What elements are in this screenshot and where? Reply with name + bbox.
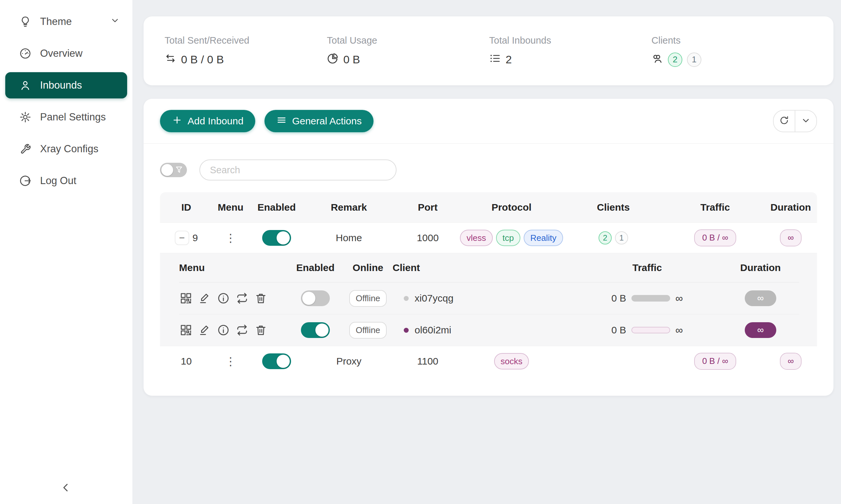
stat-label: Total Sent/Received (165, 35, 327, 46)
client-enabled-toggle[interactable] (301, 322, 330, 338)
refresh-button[interactable] (774, 111, 795, 131)
edit-icon[interactable] (198, 323, 211, 337)
traffic-cap: ∞ (675, 325, 683, 335)
trash-icon[interactable] (254, 323, 268, 337)
inbound-port: 1000 (393, 232, 462, 244)
client-enabled-toggle[interactable] (301, 290, 330, 306)
info-icon[interactable] (217, 323, 230, 337)
search-row (143, 144, 834, 192)
transfer-arrows-icon (165, 53, 176, 67)
toggle-knob (277, 355, 290, 368)
sidebar-item-label: Panel Settings (40, 111, 106, 123)
collapse-row-button[interactable]: − (175, 231, 189, 245)
col-header-menu: Menu (212, 202, 249, 213)
stat-clients: Clients 2 1 (651, 35, 814, 67)
stat-value-text: 2 (505, 53, 512, 66)
qr-code-icon[interactable] (179, 323, 193, 337)
col-header-clients: Clients (561, 202, 666, 213)
inbound-remark: Home (305, 232, 393, 244)
list-icon (489, 53, 501, 67)
search-input[interactable] (200, 160, 396, 180)
info-icon[interactable] (217, 291, 230, 305)
duration-tag: ∞ (780, 229, 802, 246)
gear-icon (19, 111, 32, 123)
inbound-id: 9 (192, 232, 198, 244)
sidebar-item-label: Xray Configs (40, 143, 98, 155)
col-header-enabled: Enabled (249, 202, 305, 213)
sidebar-item-label: Overview (40, 48, 83, 59)
funnel-icon (174, 165, 184, 176)
stat-label: Total Inbounds (489, 35, 651, 46)
inbound-row-9: − 9 ⋮ Home 1000 vless tcp Reality (160, 222, 817, 253)
edit-icon[interactable] (198, 291, 211, 305)
qr-code-icon[interactable] (179, 291, 193, 305)
traffic-progress-bar (631, 295, 670, 302)
refresh-options-button[interactable] (795, 111, 817, 131)
general-actions-label: General Actions (292, 115, 362, 127)
add-inbound-label: Add Inbound (188, 115, 243, 127)
inbound-enabled-toggle[interactable] (262, 354, 291, 369)
subcol-header-client: Client (393, 262, 577, 273)
filter-toggle[interactable] (160, 163, 187, 177)
sidebar-item-label: Inbounds (40, 79, 82, 91)
add-inbound-button[interactable]: Add Inbound (160, 110, 255, 132)
subcol-header-online: Online (343, 262, 393, 273)
toggle-knob (302, 292, 315, 305)
lightbulb-icon (19, 15, 32, 28)
col-header-traffic: Traffic (666, 202, 765, 213)
sidebar-item-label: Log Out (40, 175, 76, 187)
client-status-dot (404, 296, 409, 301)
inbound-id: 10 (181, 356, 191, 367)
stat-total-inbounds: Total Inbounds 2 (489, 35, 651, 67)
network-badge: tcp (496, 230, 521, 247)
sidebar-item-xray-configs[interactable]: Xray Configs (5, 136, 127, 162)
general-actions-button[interactable]: General Actions (264, 110, 374, 132)
sidebar-item-overview[interactable]: Overview (5, 40, 127, 67)
gauge-icon (19, 47, 32, 60)
col-header-remark: Remark (305, 202, 393, 213)
traffic-cap: ∞ (675, 293, 683, 304)
xray-panel-app: Theme Overview Inbounds (0, 0, 841, 504)
inbound-enabled-toggle[interactable] (262, 230, 291, 246)
toolbar: Add Inbound General Actions (143, 99, 834, 144)
stat-value-text: 0 B / 0 B (181, 53, 224, 66)
row-menu-button[interactable]: ⋮ (225, 232, 236, 244)
sidebar: Theme Overview Inbounds (0, 0, 132, 504)
subcol-header-traffic: Traffic (577, 262, 718, 273)
trash-icon[interactable] (254, 291, 268, 305)
client-duration-pill: ∞ (745, 322, 776, 338)
sidebar-item-log-out[interactable]: Log Out (5, 168, 127, 194)
sidebar-item-panel-settings[interactable]: Panel Settings (5, 104, 127, 130)
col-header-protocol: Protocol (462, 202, 561, 213)
reset-traffic-icon[interactable] (235, 291, 249, 305)
col-header-id: ID (160, 202, 212, 213)
sidebar-item-inbounds[interactable]: Inbounds (5, 72, 127, 98)
stat-value-text: 0 B (343, 53, 360, 66)
refresh-split-button (773, 110, 817, 132)
subcol-header-menu: Menu (179, 262, 288, 273)
stat-total-usage: Total Usage 0 B (327, 35, 489, 67)
logout-icon (19, 175, 32, 187)
sidebar-item-theme[interactable]: Theme (5, 8, 127, 35)
clients-online-badge: 2 (668, 53, 682, 67)
client-actions (179, 323, 288, 337)
col-header-duration: Duration (765, 202, 817, 213)
chevron-down-icon (110, 15, 120, 28)
stat-label: Clients (651, 35, 814, 46)
protocol-badge: socks (494, 353, 529, 370)
table-header-row: ID Menu Enabled Remark Port Protocol Cli… (160, 192, 817, 222)
protocol-badge: vless (460, 230, 493, 247)
inbound-port: 1100 (393, 356, 462, 367)
traffic-progress-bar (631, 327, 670, 334)
traffic-tag: 0 B / ∞ (694, 353, 736, 370)
user-icon (19, 79, 32, 92)
stats-card: Total Sent/Received 0 B / 0 B Total Usag… (143, 16, 834, 85)
sidebar-collapse-button[interactable] (55, 478, 76, 499)
clients-deactive-count: 1 (615, 231, 628, 245)
inbound-remark: Proxy (305, 356, 393, 367)
sidebar-menu: Theme Overview Inbounds (0, 0, 132, 194)
refresh-icon (779, 115, 789, 127)
reset-traffic-icon[interactable] (235, 323, 249, 337)
client-row-ol60i2mi: Offline ol60i2mi 0 B ∞ ∞ (179, 314, 799, 346)
row-menu-button[interactable]: ⋮ (225, 356, 236, 367)
